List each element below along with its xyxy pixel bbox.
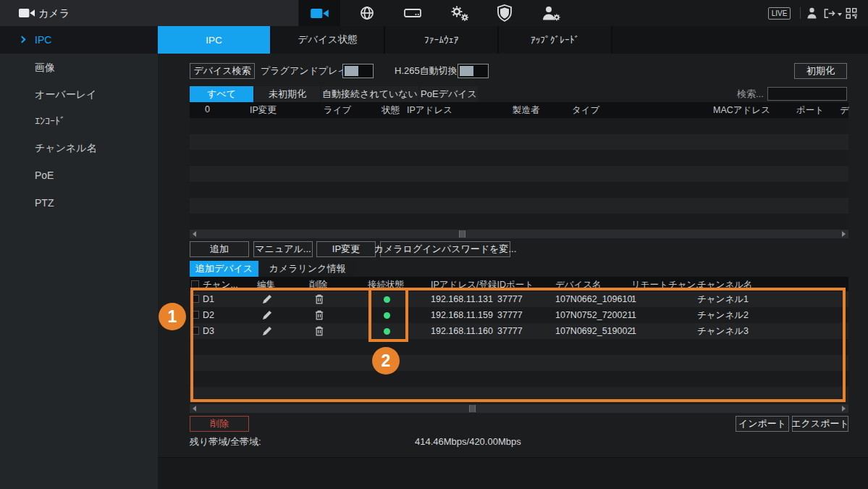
plug-and-play-toggle[interactable]	[342, 64, 374, 78]
filter-uninitialized[interactable]: 未初期化	[255, 86, 320, 102]
trash-icon[interactable]	[315, 326, 324, 336]
tab-added-device[interactable]: 追加デバイス	[190, 261, 258, 277]
gears-icon	[450, 5, 469, 22]
camera-title-icon	[19, 7, 35, 19]
nav-system[interactable]	[445, 0, 473, 26]
tab-firmware[interactable]: ﾌｧｰﾑｳｪｱ	[385, 26, 499, 54]
logout-icon[interactable]	[823, 8, 836, 19]
sidebar-item-overlay[interactable]: オーバーレイ	[0, 83, 158, 105]
initialize-button[interactable]: 初期化	[794, 63, 847, 79]
scroll-left-icon[interactable]	[193, 231, 196, 237]
nav-network[interactable]	[355, 0, 379, 26]
row-checkbox[interactable]	[191, 327, 199, 335]
nav-security[interactable]	[492, 0, 517, 26]
sidebar-item-image[interactable]: 画像	[0, 57, 158, 78]
export-button[interactable]: エクスポート	[792, 416, 848, 432]
channel-cell: D3	[203, 323, 214, 339]
col-clipped: デ	[840, 104, 849, 117]
sidebar-item-encode[interactable]: ｴﾝｺｰﾄﾞ	[0, 110, 158, 132]
device-table-scrollbar[interactable]	[190, 404, 848, 413]
sidebar-item-label: PTZ	[35, 197, 54, 209]
main-tabs: IPC デバイス状態 ﾌｧｰﾑｳｪｱ ｱｯﾌﾟｸﾞﾚｰﾄﾞ	[158, 26, 868, 54]
edit-icon[interactable]	[262, 310, 272, 320]
trash-icon[interactable]	[315, 294, 324, 304]
bandwidth-label: 残り帯域/全帯域:	[190, 434, 261, 450]
col-type: タイプ	[572, 104, 599, 117]
annotation-marker-1: 1	[159, 303, 186, 330]
port-cell: 37777	[497, 323, 523, 339]
shield-icon	[497, 4, 512, 22]
select-all-checkbox[interactable]	[191, 280, 199, 288]
manual-add-button[interactable]: マニュアル...	[253, 241, 313, 257]
status-online-dot	[384, 296, 390, 303]
device-name-cell: 107N0692_519002	[555, 323, 632, 339]
import-button[interactable]: インポート	[736, 416, 789, 432]
nav-account[interactable]	[537, 0, 565, 26]
toggle-knob	[460, 66, 473, 76]
device-search-button[interactable]: デバイス検索	[190, 63, 255, 79]
col-live: ライブ	[324, 104, 351, 117]
table-row	[190, 355, 848, 371]
tab-upgrade[interactable]: ｱｯﾌﾟｸﾞﾚｰﾄﾞ	[499, 26, 612, 54]
sidebar-item-poe[interactable]: PoE	[0, 164, 158, 186]
sidebar-item-channel-name[interactable]: チャンネル名	[0, 137, 158, 159]
scroll-right-icon[interactable]	[842, 231, 846, 237]
col-channel: チャン...	[203, 279, 238, 291]
qr-code-icon[interactable]	[846, 8, 857, 19]
trash-icon[interactable]	[315, 310, 324, 320]
live-button[interactable]: LIVE	[768, 7, 791, 20]
col-ip-address: IPアドレス	[407, 104, 452, 117]
tab-ipc[interactable]: IPC	[158, 26, 271, 54]
sidebar-item-label: チャンネル名	[35, 142, 97, 154]
nav-storage[interactable]	[400, 0, 425, 26]
sidebar-item-label: 画像	[35, 62, 55, 73]
remote-channel-cell: 1	[631, 323, 636, 339]
table-row	[190, 134, 848, 150]
edit-icon[interactable]	[262, 294, 272, 304]
sidebar-item-ipc[interactable]: IPC	[0, 26, 158, 54]
col-mac-address: MACアドレス	[713, 104, 770, 117]
remote-channel-cell: 1	[631, 307, 636, 323]
add-button[interactable]: 追加	[190, 241, 249, 257]
change-password-button[interactable]: カメラログインパスワードを変...	[380, 241, 510, 257]
h265-auto-label: H.265自動切換	[395, 63, 458, 79]
table-row	[190, 198, 848, 214]
row-checkbox[interactable]	[191, 311, 199, 319]
ip-cell: 192.168.11.131	[431, 291, 493, 307]
modify-ip-button[interactable]: IP変更	[316, 241, 376, 257]
channel-cell: D1	[203, 291, 214, 307]
sidebar: IPC 画像 オーバーレイ ｴﾝｺｰﾄﾞ チャンネル名 PoE PTZ	[0, 26, 158, 489]
col-remote-channel: リモートチャン...	[631, 279, 704, 291]
tab-camera-link-info[interactable]: カメラリンク情報	[258, 261, 356, 277]
table-row	[190, 118, 848, 134]
col-connection-status: 接続状態	[368, 279, 404, 291]
col-ip-port: IPアドレス/登録IDポート	[431, 279, 534, 291]
page-title: カメラ	[38, 7, 69, 20]
status-online-dot	[384, 312, 390, 319]
delete-button[interactable]: 削除	[190, 416, 249, 432]
filter-not-auto-connected[interactable]: 自動接続されていない	[321, 86, 418, 102]
camera-icon	[311, 7, 329, 20]
user-icon[interactable]	[806, 7, 817, 19]
table-row	[190, 371, 848, 387]
filter-poe-device[interactable]: PoEデバイス	[420, 86, 478, 102]
scrollbar-thumb[interactable]	[469, 405, 476, 412]
channel-cell: D2	[203, 307, 214, 323]
sidebar-item-ptz[interactable]: PTZ	[0, 192, 158, 214]
tab-device-status[interactable]: デバイス状態	[271, 26, 385, 54]
search-input[interactable]	[767, 87, 847, 101]
titlebar: カメラ	[0, 0, 298, 26]
table-row	[190, 387, 848, 403]
filter-all[interactable]: すべて	[190, 86, 253, 102]
channel-name-cell: チャンネル1	[697, 291, 749, 307]
row-checkbox[interactable]	[191, 295, 199, 303]
scrollbar-thumb[interactable]	[459, 230, 465, 238]
scroll-right-icon[interactable]	[842, 406, 846, 411]
search-table-scrollbar[interactable]	[190, 230, 848, 238]
edit-icon[interactable]	[262, 326, 272, 336]
col-delete: 削除	[309, 279, 327, 291]
nav-camera[interactable]	[299, 0, 340, 26]
remote-channel-cell: 1	[631, 291, 636, 307]
scroll-left-icon[interactable]	[193, 406, 196, 411]
h265-auto-toggle[interactable]	[458, 64, 489, 78]
